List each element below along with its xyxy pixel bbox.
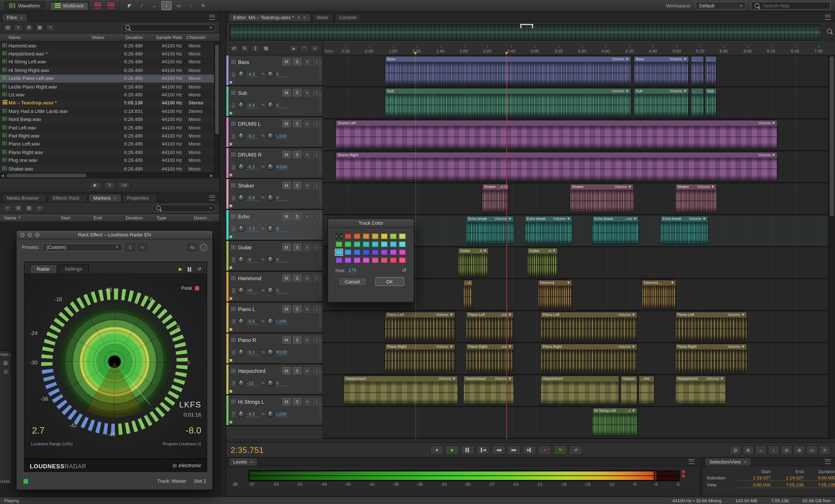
time-ruler[interactable]: hms 0:20 0:40 1:00 bbox=[323, 42, 835, 55]
color-swatch[interactable] bbox=[381, 241, 388, 247]
clip-indicator[interactable] bbox=[682, 470, 685, 473]
audio-clip[interactable]: Shaker Volume ▼ bbox=[675, 184, 717, 213]
audio-clip[interactable]: Piano Right Volume ▼ bbox=[675, 344, 747, 372]
clip-volume-dropdown[interactable]: Volume ▼ bbox=[436, 312, 453, 317]
audio-clip[interactable]: Piano Right Volume ▼ bbox=[385, 344, 455, 372]
color-swatch[interactable] bbox=[353, 234, 361, 239]
info-icon[interactable]: i bbox=[200, 244, 207, 250]
track-color-chip[interactable] bbox=[230, 390, 232, 392]
color-swatch[interactable] bbox=[363, 257, 370, 263]
pan-knob[interactable] bbox=[267, 380, 273, 386]
audio-clip[interactable]: Drums Right Volume ▼ bbox=[335, 152, 778, 181]
audio-clip[interactable]: ...d bbox=[463, 280, 473, 308]
color-swatch[interactable] bbox=[335, 241, 343, 247]
mute-button[interactable]: M bbox=[282, 89, 291, 96]
track-header[interactable]: Sub M S R I -4.4 ⇆ 0 bbox=[226, 86, 323, 117]
track-name[interactable]: DRUMS R bbox=[238, 152, 280, 158]
file-row[interactable]: Shaker.wav 6:26.489 44100 Hz Mono bbox=[0, 164, 219, 173]
color-swatch[interactable] bbox=[353, 249, 361, 255]
save-preset-icon[interactable]: ⇓ bbox=[126, 243, 135, 251]
arm-record-button[interactable]: R bbox=[304, 275, 311, 281]
volume-value[interactable]: -4.4 bbox=[247, 102, 259, 108]
track-lane[interactable]: Drums Right Volume ▼ bbox=[323, 152, 828, 183]
col-channels[interactable]: Channels bbox=[186, 35, 219, 40]
routing-icon[interactable]: ⇆ bbox=[188, 243, 197, 251]
file-row[interactable]: Pad Left.wav 6:26.489 44100 Hz Mono bbox=[0, 124, 219, 132]
audio-clip[interactable]: Guitar ...e ▼ bbox=[458, 248, 489, 277]
track-lane[interactable]: Harpsichord Volume ▼ Harpsichord bbox=[323, 375, 828, 407]
file-row[interactable]: Piano Left.wav 6:26.489 44100 Hz Mono bbox=[0, 140, 219, 148]
clip-volume-dropdown[interactable]: Volume ▼ bbox=[758, 152, 775, 158]
color-swatch[interactable] bbox=[381, 257, 388, 263]
file-row[interactable]: Hamond.wav 6:26.489 44100 Hz Mono bbox=[0, 42, 219, 50]
files-toolbar-button[interactable]: ⊞ bbox=[25, 24, 34, 31]
tab-editor[interactable]: Editor: MA – Teardrop.sesx * ▼ × bbox=[228, 13, 311, 21]
pan-knob[interactable] bbox=[267, 318, 273, 324]
end-value[interactable]: 1:19.027 bbox=[771, 475, 804, 481]
clip-volume-dropdown[interactable]: ...me ▼ bbox=[499, 312, 512, 317]
mute-button[interactable]: M bbox=[282, 120, 291, 127]
volume-value[interactable]: -7.3 bbox=[247, 226, 259, 231]
arm-record-button[interactable]: R bbox=[304, 182, 311, 189]
color-swatch[interactable] bbox=[344, 234, 351, 239]
transport-button[interactable]: ⇄ bbox=[569, 445, 583, 455]
track-header[interactable]: Harpsichord M S R I -12 ⇆ 0 bbox=[226, 364, 323, 395]
tab-radar[interactable]: Radar bbox=[30, 264, 57, 274]
clip-volume-dropdown[interactable]: ▼ bbox=[670, 280, 674, 285]
audio-clip[interactable]: Piano Right Volume ▼ bbox=[541, 344, 637, 372]
zoom-button[interactable]: ⊖ bbox=[781, 445, 792, 455]
pan-value[interactable]: L100 bbox=[277, 133, 288, 139]
transport-button[interactable]: ▌◀ bbox=[476, 445, 490, 455]
mute-button[interactable]: M bbox=[282, 336, 291, 343]
arm-record-button[interactable]: R bbox=[304, 213, 311, 220]
track-color-chip[interactable] bbox=[230, 204, 232, 207]
track-header[interactable]: DRUMS R M S R I -6.2 ⇆ R100 bbox=[226, 148, 323, 179]
track-resize-grip[interactable] bbox=[319, 277, 322, 296]
panel-menu-icon[interactable] bbox=[825, 15, 831, 20]
col-status[interactable]: Status bbox=[91, 35, 114, 40]
track-header[interactable]: Guitar M S R I -8 ⇆ 0 bbox=[226, 241, 323, 272]
files-vertical-scrollbar[interactable] bbox=[214, 42, 219, 173]
close-window-icon[interactable] bbox=[20, 233, 25, 237]
audio-clip[interactable]: Bass Volume ▼ bbox=[385, 56, 631, 85]
pan-value[interactable]: R100 bbox=[277, 349, 288, 355]
track-resize-grip[interactable] bbox=[319, 370, 322, 389]
file-row[interactable]: Lezlie Piano Right.wav 6:26.489 44100 Hz… bbox=[0, 82, 219, 91]
solo-button[interactable]: S bbox=[293, 243, 301, 251]
solo-button[interactable]: S bbox=[293, 398, 301, 405]
zoom-window-icon[interactable] bbox=[35, 233, 40, 237]
file-row[interactable]: Piano Right.wav 6:26.489 44100 Hz Mono bbox=[0, 148, 219, 156]
scroll-left-icon[interactable]: ◀ bbox=[1, 174, 4, 178]
volume-value[interactable]: -12 bbox=[247, 380, 259, 386]
solo-button[interactable]: S bbox=[293, 336, 301, 343]
close-icon[interactable]: × bbox=[250, 459, 253, 464]
track-resize-grip[interactable] bbox=[319, 92, 322, 111]
spectral-display-toggle-icon[interactable] bbox=[93, 1, 102, 9]
track-header[interactable]: Hi Strings L M S R I -4.5 ⇆ L10 bbox=[226, 395, 323, 426]
audio-clip[interactable]: Echo break ...me ▼ bbox=[592, 216, 639, 244]
transport-button[interactable]: ▶▶ bbox=[507, 445, 521, 455]
clip-volume-dropdown[interactable]: Volume ▼ bbox=[697, 184, 715, 189]
markers-toolbar-button[interactable]: ▤ bbox=[25, 204, 34, 211]
audio-clip[interactable]: Sub Volume ▼ bbox=[385, 88, 631, 117]
plugin-reset-icon[interactable]: ↺ bbox=[197, 266, 201, 271]
transport-button[interactable]: ▶▌ bbox=[522, 445, 536, 455]
track-name[interactable]: Echo bbox=[238, 214, 280, 219]
transport-button[interactable]: ▌▌ bbox=[461, 445, 474, 455]
pan-knob[interactable] bbox=[267, 256, 273, 263]
files-toolbar-button[interactable]: × bbox=[46, 24, 55, 31]
markers-column[interactable]: Duration bbox=[126, 215, 157, 220]
files-toolbar-button[interactable]: ▦ bbox=[35, 24, 44, 31]
plugin-play-icon[interactable]: ▶ bbox=[179, 266, 182, 271]
arm-record-button[interactable]: R bbox=[304, 89, 311, 96]
audio-clip[interactable]: Sub Volume ▼ bbox=[634, 88, 689, 117]
scroll-right-icon[interactable]: ▶ bbox=[210, 174, 213, 178]
track-name[interactable]: Harpsichord bbox=[238, 368, 280, 374]
overview-zoom-icon[interactable] bbox=[827, 29, 832, 34]
volume-value[interactable]: -6.2 bbox=[247, 133, 259, 139]
hue-value[interactable]: 176 bbox=[348, 267, 357, 273]
color-swatch[interactable] bbox=[390, 249, 397, 255]
transport-button[interactable]: ■ bbox=[430, 445, 444, 455]
chevron-down-icon[interactable]: ▼ bbox=[297, 16, 300, 19]
color-swatch[interactable] bbox=[344, 257, 351, 263]
